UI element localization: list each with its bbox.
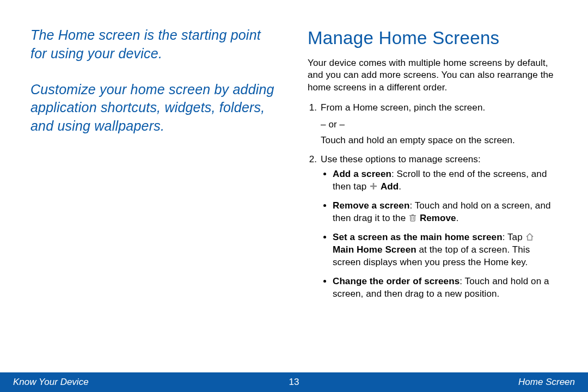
footer-right: Home Screen [299, 377, 575, 388]
bullet-add: Add a screen: Scroll to the end of the s… [333, 168, 558, 193]
right-column: Manage Home Screens Your device comes wi… [308, 26, 558, 362]
step-1: From a Home screen, pinch the screen. – … [320, 102, 558, 147]
bullet-main-home: Set a screen as the main home screen: Ta… [333, 231, 558, 269]
bullet-remove-label: Remove a screen [333, 200, 409, 211]
bullet-add-btn: Add [381, 181, 399, 192]
svg-rect-2 [411, 216, 415, 221]
step-2-text: Use these options to manage screens: [321, 154, 481, 164]
steps-list: From a Home screen, pinch the screen. – … [308, 102, 558, 300]
bullet-remove-t2: . [456, 213, 459, 223]
bullet-remove-btn: Remove [420, 213, 456, 223]
footer-page-number: 13 [289, 377, 299, 388]
bullet-add-t2: . [399, 181, 401, 192]
bullet-order: Change the order of screens: Touch and h… [333, 275, 558, 301]
section-heading: Manage Home Screens [308, 26, 558, 51]
page-footer: Know Your Device 13 Home Screen [0, 372, 588, 392]
bullet-add-label: Add a screen [333, 169, 391, 179]
bullet-order-label: Change the order of screens [333, 276, 460, 286]
left-column: The Home screen is the starting point fo… [30, 26, 286, 362]
manual-page: The Home screen is the starting point fo… [0, 0, 588, 392]
bullet-list: Add a screen: Scroll to the end of the s… [321, 168, 558, 300]
bullet-remove: Remove a screen: Touch and hold on a scr… [333, 200, 558, 225]
trash-icon [408, 213, 417, 222]
step-1-or: – or – [321, 119, 558, 131]
plus-icon [369, 182, 378, 191]
step-1-text-a: From a Home screen, pinch the screen. [321, 102, 485, 113]
footer-left: Know Your Device [13, 377, 289, 388]
bullet-main-home-t1: : Tap [503, 232, 525, 242]
intro-paragraph-2: Customize your home screen by adding app… [30, 81, 280, 136]
bullet-main-home-btn: Main Home Screen [333, 244, 416, 255]
home-icon [525, 232, 534, 241]
content-area: The Home screen is the starting point fo… [0, 0, 588, 372]
bullet-main-home-label: Set a screen as the main home screen [333, 232, 503, 242]
step-2: Use these options to manage screens: Add… [320, 154, 558, 300]
intro-paragraph-1: The Home screen is the starting point fo… [30, 26, 280, 63]
section-lead: Your device comes with multiple home scr… [308, 57, 558, 95]
step-1-text-b: Touch and hold an empty space on the scr… [321, 134, 558, 147]
